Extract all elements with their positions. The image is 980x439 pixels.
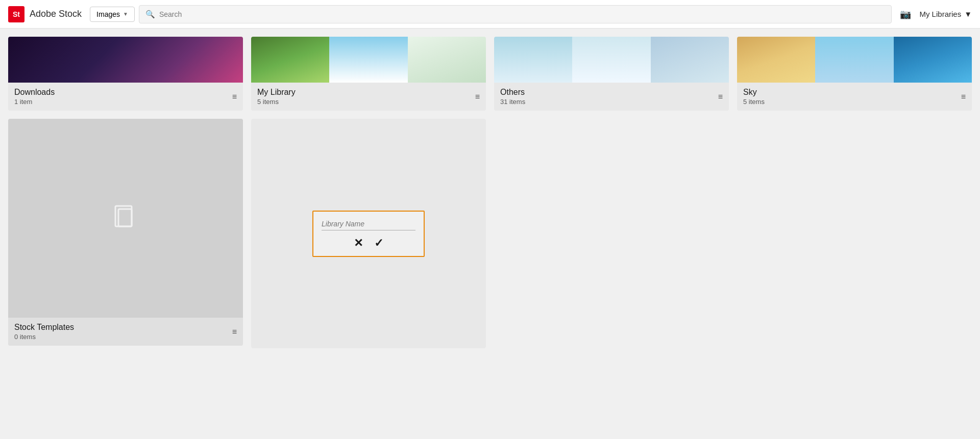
card-thumbnail-sky-3	[894, 37, 972, 83]
card-thumbnail-mylibrary-3	[408, 37, 486, 83]
my-libraries-button[interactable]: My Libraries ▼	[919, 10, 972, 18]
card-thumbnail-sky-2	[815, 37, 893, 83]
card-count-downloads: 1 item	[14, 98, 55, 106]
card-image-sky	[737, 37, 972, 83]
stock-templates-preview	[8, 119, 243, 318]
card-count-sky: 5 items	[743, 98, 765, 106]
new-library-card: ✕ ✓	[251, 119, 486, 348]
library-card-stock-templates: Stock Templates 0 items ≡	[8, 119, 243, 346]
category-dropdown[interactable]: Images ▼	[90, 7, 135, 22]
search-bar: 🔍	[139, 5, 892, 23]
card-menu-downloads[interactable]: ≡	[232, 93, 237, 101]
card-footer-downloads: Downloads 1 item ≡	[8, 83, 243, 111]
card-title-downloads: Downloads	[14, 88, 55, 97]
logo-text: Adobe Stock	[30, 9, 82, 19]
library-card-mylibrary: My Library 5 items ≡	[251, 37, 486, 111]
card-info-stock-templates: Stock Templates 0 items	[14, 323, 74, 341]
library-card-downloads: Downloads 1 item ≡	[8, 37, 243, 111]
card-menu-sky[interactable]: ≡	[961, 93, 966, 101]
confirm-button[interactable]: ✓	[372, 237, 385, 250]
card-title-others: Others	[500, 88, 525, 97]
card-image-mylibrary	[251, 37, 486, 83]
search-icon: 🔍	[145, 10, 155, 19]
header-right: 📷 My Libraries ▼	[900, 9, 972, 20]
template-placeholder-icon	[111, 203, 140, 234]
card-info-mylibrary: My Library 5 items	[257, 88, 296, 106]
card-info-sky: Sky 5 items	[743, 88, 765, 106]
library-card-sky: Sky 5 items ≡	[737, 37, 972, 111]
card-count-stock-templates: 0 items	[14, 333, 74, 341]
cancel-button[interactable]: ✕	[352, 237, 365, 250]
card-footer-sky: Sky 5 items ≡	[737, 83, 972, 111]
card-image-downloads	[8, 37, 243, 83]
card-menu-others[interactable]: ≡	[718, 93, 723, 101]
card-thumbnail-mylibrary-1	[251, 37, 329, 83]
chevron-down-icon: ▼	[123, 11, 128, 17]
library-card-others: Others 31 items ≡	[494, 37, 729, 111]
logo-icon: St	[8, 6, 24, 22]
new-library-actions: ✕ ✓	[322, 237, 415, 250]
card-info-others: Others 31 items	[500, 88, 525, 106]
card-thumbnail-sky-1	[737, 37, 815, 83]
library-grid: Downloads 1 item ≡ My Library 5 items ≡	[0, 29, 980, 356]
card-thumbnail-others-1	[494, 37, 572, 83]
card-info-downloads: Downloads 1 item	[14, 88, 55, 106]
card-thumbnail-downloads	[8, 37, 243, 83]
card-image-others	[494, 37, 729, 83]
card-menu-mylibrary[interactable]: ≡	[475, 93, 480, 101]
library-name-input[interactable]	[322, 219, 415, 230]
app-header: St Adobe Stock Images ▼ 🔍 📷 My Libraries…	[0, 0, 980, 29]
card-title-mylibrary: My Library	[257, 88, 296, 97]
new-library-form: ✕ ✓	[312, 211, 425, 257]
svg-rect-1	[118, 209, 132, 226]
card-thumbnail-others-3	[651, 37, 729, 83]
card-thumbnail-others-2	[572, 37, 650, 83]
search-input[interactable]	[159, 10, 886, 18]
chevron-down-icon: ▼	[964, 10, 972, 18]
category-dropdown-label: Images	[96, 10, 120, 18]
my-libraries-label: My Libraries	[919, 10, 961, 18]
card-title-stock-templates: Stock Templates	[14, 323, 74, 332]
card-thumbnail-mylibrary-2	[329, 37, 407, 83]
card-footer-stock-templates: Stock Templates 0 items ≡	[8, 318, 243, 346]
card-footer-others: Others 31 items ≡	[494, 83, 729, 111]
camera-icon: 📷	[900, 9, 911, 20]
card-count-others: 31 items	[500, 98, 525, 106]
camera-button[interactable]: 📷	[900, 9, 911, 20]
card-title-sky: Sky	[743, 88, 765, 97]
card-menu-stock-templates[interactable]: ≡	[232, 328, 237, 336]
app-logo: St Adobe Stock	[8, 6, 82, 22]
card-footer-mylibrary: My Library 5 items ≡	[251, 83, 486, 111]
card-count-mylibrary: 5 items	[257, 98, 296, 106]
